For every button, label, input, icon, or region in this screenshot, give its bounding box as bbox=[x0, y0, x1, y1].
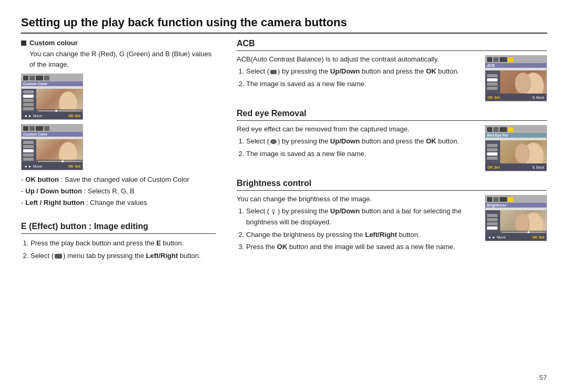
desc-item-updown: - Up / Down button : Selects R, G, B bbox=[21, 186, 216, 197]
acb-description: ACB(Auto Contrast Balance) is to adjust … bbox=[237, 55, 479, 63]
cam-label-custom-1: Custom Color bbox=[22, 81, 83, 86]
custom-colour-desc: You can change the R (Red), G (Green) an… bbox=[29, 49, 216, 69]
page-number: 57 bbox=[540, 374, 547, 381]
e-effect-step-2: Select () menu tab by pressing the Left/… bbox=[31, 251, 216, 262]
cam-bottom-move-1: ◄ ► Move bbox=[24, 114, 42, 118]
camera-screen-redeye: Red Eye Fix OK Set bbox=[485, 125, 547, 171]
brightness-label: Brightness bbox=[485, 203, 546, 208]
redeye-section: Red eye Removal Red eye effect can be re… bbox=[237, 109, 547, 171]
updown-button-desc: Selects R, G, B bbox=[88, 187, 135, 195]
cam-bottom-ok-1: OK Set bbox=[68, 114, 80, 118]
acb-bottom-ok: OK Set bbox=[488, 96, 500, 99]
redeye-bottom-ok: OK Set bbox=[488, 166, 500, 169]
brightness-content: You can change the brightness of the ima… bbox=[237, 195, 479, 254]
ok-button-desc: Save the changed value of Custom Color bbox=[65, 176, 189, 183]
brightness-steps: Select () by pressing the Up/Down button… bbox=[246, 206, 479, 253]
leftright-button-label: Left / Right button bbox=[25, 199, 84, 207]
cam-bottom-move-2: ◄ ► Move bbox=[24, 164, 42, 168]
custom-colour-screens: Custom Color ◄ ► Mov bbox=[21, 74, 216, 170]
brightness-description: You can change the brightness of the ima… bbox=[237, 195, 479, 203]
brightness-bottom-move: ◄ ► Move bbox=[488, 235, 506, 239]
acb-screen-wrapper: ACB OK Set E Back bbox=[485, 55, 547, 101]
updown-button-label: Up / Down button bbox=[25, 187, 82, 195]
brightness-step-2: Change the brightness by pressing the Le… bbox=[246, 230, 479, 241]
redeye-steps: Select () by pressing the Up/Down button… bbox=[246, 136, 479, 160]
page-title: Setting up the play back function using … bbox=[21, 16, 547, 34]
custom-colour-desc-list: - OK button : Save the changed value of … bbox=[21, 174, 216, 208]
e-effect-step-1: Press the play back button and press the… bbox=[31, 238, 216, 249]
e-effect-section: E (Effect) button : Image editing Press … bbox=[21, 219, 216, 262]
brightness-section: Brightness control You can change the br… bbox=[237, 179, 547, 254]
redeye-content: Red eye effect can be removed from the c… bbox=[237, 125, 479, 161]
leftright-button-desc: Change the values bbox=[90, 199, 147, 207]
right-column: ACB ACB(Auto Contrast Balance) is to adj… bbox=[237, 39, 547, 263]
acb-step-2: The image is saved as a new file name. bbox=[246, 79, 479, 90]
acb-label: ACB bbox=[485, 63, 546, 68]
camera-screen-custom-2: Custom Color ◄ ► Mov bbox=[21, 124, 83, 170]
redeye-screen-wrapper: Red Eye Fix OK Set bbox=[485, 125, 547, 171]
desc-item-ok: - OK button : Save the changed value of … bbox=[21, 174, 216, 185]
custom-colour-label: Custom colour bbox=[29, 39, 78, 47]
acb-content: ACB(Auto Contrast Balance) is to adjust … bbox=[237, 55, 479, 91]
e-effect-title: E (Effect) button : Image editing bbox=[21, 222, 216, 234]
brightness-bottom-ok: OK Set bbox=[532, 235, 544, 239]
custom-colour-section: Custom colour You can change the R (Red)… bbox=[21, 39, 216, 208]
desc-item-leftright: - Left / Right button : Change the value… bbox=[21, 198, 216, 208]
redeye-title: Red eye Removal bbox=[237, 109, 547, 121]
cam-label-custom-2: Custom Color bbox=[22, 132, 83, 137]
redeye-label: Red Eye Fix bbox=[485, 133, 546, 138]
redeye-step-2: The image is saved as a new file name. bbox=[246, 149, 479, 160]
camera-screen-custom-1: Custom Color ◄ ► Mov bbox=[21, 74, 83, 120]
bullet-icon bbox=[21, 40, 26, 46]
custom-colour-header: Custom colour bbox=[21, 39, 216, 47]
brightness-screen-wrapper: Brightness bbox=[485, 195, 547, 241]
ok-button-label: OK button bbox=[25, 176, 59, 183]
acb-steps: Select () by pressing the Up/Down button… bbox=[246, 66, 479, 90]
e-effect-steps: Press the play back button and press the… bbox=[31, 238, 216, 262]
acb-step-1: Select () by pressing the Up/Down button… bbox=[246, 66, 479, 77]
brightness-title: Brightness control bbox=[237, 179, 547, 191]
left-column: Custom colour You can change the R (Red)… bbox=[21, 39, 216, 263]
acb-bottom-e: E Back bbox=[533, 96, 544, 99]
brightness-step-1: Select () by pressing the Up/Down button… bbox=[246, 206, 479, 228]
camera-screen-brightness: Brightness bbox=[485, 195, 547, 241]
redeye-description: Red eye effect can be removed from the c… bbox=[237, 125, 479, 133]
acb-section: ACB ACB(Auto Contrast Balance) is to adj… bbox=[237, 39, 547, 101]
camera-screen-acb: ACB OK Set E Back bbox=[485, 55, 547, 101]
acb-title: ACB bbox=[237, 39, 547, 51]
redeye-bottom-e: E Back bbox=[533, 166, 544, 169]
redeye-step-1: Select () by pressing the Up/Down button… bbox=[246, 136, 479, 147]
cam-bottom-ok-2: OK Set bbox=[68, 164, 80, 168]
brightness-step-3: Press the OK button and the image will b… bbox=[246, 242, 479, 253]
